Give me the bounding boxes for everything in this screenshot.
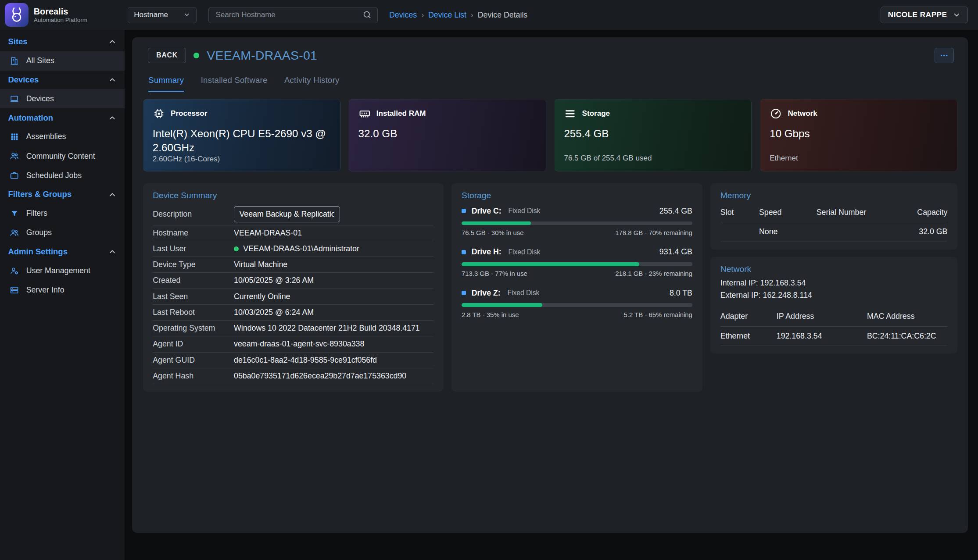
drive-bullet-icon — [462, 250, 466, 254]
stat-card-title: Network — [788, 109, 817, 118]
brand: Borealis Automation Platform — [0, 3, 125, 27]
installed-ram-card: Installed RAM 32.0 GB — [348, 99, 546, 171]
summary-row-device-type: Device Type Virtual Machine — [153, 257, 433, 273]
sidebar-item-devices[interactable]: Devices — [0, 89, 125, 108]
sidebar-item-assemblies[interactable]: Assemblies — [0, 127, 125, 146]
brand-subtitle: Automation Platform — [34, 17, 87, 23]
sidebar-item-label: Assemblies — [26, 132, 66, 141]
network-table-header: Adapter IP Address MAC Address — [720, 307, 948, 326]
stat-card-title: Processor — [171, 109, 207, 118]
breadcrumb-device-list[interactable]: Device List — [428, 11, 466, 20]
people-icon — [9, 151, 19, 161]
main-area: BACK VEEAM-DRAAS-01 Summary Installed So… — [125, 30, 978, 560]
tab-installed-software[interactable]: Installed Software — [201, 75, 268, 92]
hostname-filter-select[interactable]: Hostname — [128, 7, 196, 23]
memory-table-row: None 32.0 GB — [720, 222, 948, 242]
sidebar-item-label: All Sites — [26, 56, 54, 65]
back-button[interactable]: BACK — [148, 48, 186, 63]
app-root: Borealis Automation Platform Hostname De… — [0, 0, 978, 560]
server-icon — [9, 285, 19, 295]
drive-remaining-text: 178.8 GB - 70% remaining — [615, 229, 692, 236]
device-tabs: Summary Installed Software Activity Hist… — [148, 75, 959, 92]
drive-usage-bar — [462, 303, 692, 307]
summary-row-operating-system: Operating System Windows 10 2022 Datacen… — [153, 321, 433, 336]
brand-text: Borealis Automation Platform — [34, 7, 87, 23]
tab-summary[interactable]: Summary — [148, 75, 184, 92]
drive-used-text: 713.3 GB - 77% in use — [462, 270, 527, 277]
breadcrumb-devices[interactable]: Devices — [389, 11, 417, 20]
internal-ip: Internal IP: 192.168.3.54 — [720, 277, 948, 289]
sidebar-item-label: Groups — [26, 228, 52, 237]
drive-row-h: Drive H: Fixed Disk 931.4 GB 713.3 GB - … — [462, 247, 692, 277]
network-card: Network 10 Gbps Ethernet — [760, 99, 957, 171]
drive-usage-bar — [462, 262, 692, 266]
drive-bullet-icon — [462, 291, 466, 295]
section-label: Devices — [8, 75, 39, 85]
summary-row-agent-hash: Agent Hash 05ba0e7935171d626ecea29b27d7a… — [153, 368, 433, 384]
section-label: Admin Settings — [8, 247, 67, 257]
sidebar-item-groups[interactable]: Groups — [0, 223, 125, 243]
sidebar-item-server-info[interactable]: Server Info — [0, 281, 125, 300]
sidebar-item-all-sites[interactable]: All Sites — [0, 51, 125, 71]
people-icon — [9, 228, 19, 237]
topbar: Borealis Automation Platform Hostname De… — [0, 0, 978, 30]
stat-card-value: Intel(R) Xeon(R) CPU E5-2690 v3 @ 2.60GH… — [153, 127, 327, 155]
memory-table-header: Slot Speed Serial Number Capacity — [720, 203, 948, 222]
search-hostname-box — [208, 7, 378, 23]
funnel-icon — [9, 209, 19, 218]
sidebar-section-automation[interactable]: Automation — [0, 108, 125, 127]
sidebar: Sites All Sites Devices Devices Automati… — [0, 30, 125, 560]
sidebar-item-scheduled-jobs[interactable]: Scheduled Jobs — [0, 166, 125, 185]
sidebar-section-devices[interactable]: Devices — [0, 71, 125, 89]
chevron-up-icon — [108, 37, 117, 46]
sidebar-section-admin-settings[interactable]: Admin Settings — [0, 243, 125, 261]
sidebar-section-sites[interactable]: Sites — [0, 32, 125, 51]
breadcrumb-separator: › — [471, 11, 473, 20]
device-summary-panel: Device Summary Description Hostname VEEA… — [143, 183, 444, 392]
summary-row-agent-guid: Agent GUID de16c0c1-8aa2-4d18-9585-9ce91… — [153, 353, 433, 368]
section-label: Automation — [8, 113, 53, 123]
sidebar-item-community-content[interactable]: Community Content — [0, 146, 125, 166]
stat-card-value: 10 Gbps — [770, 127, 944, 141]
grid-icon — [9, 132, 19, 141]
summary-row-last-reboot: Last Reboot 10/03/2025 @ 6:24 AM — [153, 305, 433, 321]
sidebar-item-user-management[interactable]: User Management — [0, 261, 125, 281]
stat-cards: Processor Intel(R) Xeon(R) CPU E5-2690 v… — [142, 99, 959, 171]
storage-panel: Storage Drive C: Fixed Disk 255.4 GB 76.… — [451, 183, 702, 392]
sidebar-item-label: Server Info — [26, 285, 64, 295]
stat-card-value: 255.4 GB — [564, 127, 738, 141]
panel-title: Storage — [462, 191, 692, 200]
gauge-icon — [770, 107, 782, 120]
online-status-dot — [193, 53, 199, 58]
user-menu-button[interactable]: NICOLE RAPPE — [881, 7, 968, 23]
online-status-dot — [234, 246, 239, 251]
stat-card-subtext: Ethernet — [770, 154, 948, 163]
panel-title: Device Summary — [153, 191, 433, 200]
more-options-button[interactable] — [935, 48, 954, 63]
stat-card-subtext: 76.5 GB of 255.4 GB used — [564, 154, 742, 163]
sidebar-item-label: Scheduled Jobs — [26, 171, 82, 180]
chevron-up-icon — [108, 190, 117, 199]
tab-activity-history[interactable]: Activity History — [284, 75, 340, 92]
chevron-up-icon — [108, 75, 117, 84]
sidebar-section-filters-groups[interactable]: Filters & Groups — [0, 185, 125, 204]
user-menu-label: NICOLE RAPPE — [888, 11, 947, 19]
network-table-row: Ethernet 192.168.3.54 BC:24:11:CA:C6:2C — [720, 326, 948, 346]
drive-remaining-text: 218.1 GB - 23% remaining — [615, 270, 692, 277]
stat-card-value: 32.0 GB — [358, 127, 533, 141]
stat-card-subtext: 2.60GHz (16-Cores) — [153, 155, 331, 164]
summary-row-hostname: Hostname VEEAM-DRAAS-01 — [153, 225, 433, 241]
description-input[interactable] — [234, 206, 340, 222]
sidebar-item-label: User Management — [26, 266, 90, 275]
storage-stack-icon — [564, 107, 576, 120]
detail-header: BACK VEEAM-DRAAS-01 — [142, 47, 959, 63]
buildings-icon — [9, 56, 19, 65]
ram-icon — [358, 107, 371, 120]
laptop-icon — [9, 94, 19, 103]
rabbit-logo-icon — [5, 3, 29, 27]
search-input[interactable] — [215, 10, 363, 20]
summary-row-created: Created 10/05/2025 @ 3:26 AM — [153, 273, 433, 289]
sidebar-item-filters[interactable]: Filters — [0, 204, 125, 223]
section-label: Filters & Groups — [8, 189, 72, 199]
content-columns: Device Summary Description Hostname VEEA… — [142, 183, 959, 392]
